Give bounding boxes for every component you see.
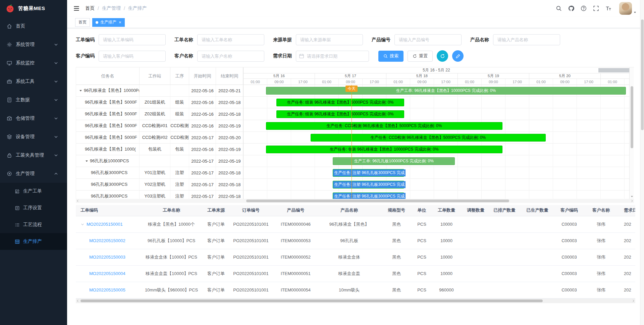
filter-input[interactable] (493, 34, 560, 45)
table-row[interactable]: MO20220515000510mm吸头【960000】PCS客户订单PO202… (76, 282, 635, 298)
gantt-grid-row[interactable]: 96孔孔板10000PCS2022-05-172022-05-19 (76, 155, 243, 167)
task-station: Y02注塑机 (140, 179, 170, 190)
gantt-task-bar[interactable]: 生产任务: 注塑 96孔孔板3000PCS 完成 (333, 169, 404, 177)
tab-active[interactable]: 生产排产× (92, 18, 125, 27)
sidebar-item[interactable]: 系统管理 (0, 35, 67, 54)
search-icon[interactable] (556, 5, 562, 11)
filter-input[interactable] (99, 51, 166, 62)
task-name: 96孔移液盒【黑色】5000F (85, 123, 137, 129)
sidebar-item[interactable]: 仓储管理 (0, 109, 67, 127)
hamburger-icon[interactable] (73, 5, 80, 12)
tree-caret-icon[interactable] (79, 89, 83, 93)
timeline-hours-row: 01:0009:0017:0001:0009:0017:0001:0009:00… (244, 79, 629, 85)
gantt-horizontal-scrollbar[interactable] (76, 199, 634, 203)
sidebar-item[interactable]: 工装夹具管理 (0, 146, 67, 164)
sidebar-item[interactable]: 主数据 (0, 91, 67, 109)
app-logo[interactable]: 苦糖果MES (0, 0, 67, 17)
sidebar-subitem[interactable]: 工艺流程 (0, 216, 67, 233)
gantt-grid-row[interactable]: 96孔移液盒【黑色】10000P(2022-05-162022-05-21 (76, 85, 243, 97)
gantt-grid-row[interactable]: 96孔移液盒【黑色】5000FCCD检测#02CCD检测2022-05-1720… (76, 132, 243, 144)
user-menu[interactable] (619, 2, 637, 15)
gantt-grid-row[interactable]: 96孔移液盒【黑色】5000FZ02组装机组装2022-05-162022-05… (76, 108, 243, 120)
breadcrumb-item[interactable]: 生产排产 (128, 5, 147, 11)
scroll-right-icon[interactable] (630, 199, 634, 203)
gantt-grid-row[interactable]: 96孔孔板3000PCSY03注塑机注塑2022-05-172022-05-18 (76, 191, 243, 199)
window-scrollbar[interactable] (640, 0, 644, 325)
sidebar-subitem[interactable]: 生产排产 (0, 233, 67, 250)
lock-icon (7, 153, 12, 158)
table-cell: C00003 (555, 282, 584, 298)
sidebar-item[interactable]: 设备管理 (0, 127, 67, 146)
refresh-circle-button[interactable] (437, 50, 448, 62)
gantt-task-bar[interactable]: 生产任务: CCD检测 96孔移液盒【黑色】5000PCS 完成比例: 0% (266, 122, 503, 130)
work-order-link[interactable]: MO202205150004 (89, 271, 125, 276)
top-navbar: 首页/生产管理/生产排产 (67, 0, 644, 17)
gantt-grid-row[interactable]: 96孔移液盒【黑色】1000(包装机包装2022-05-162022-05-19 (76, 144, 243, 155)
gantt-project-bar[interactable]: 生产工单: 96孔孔板10000PCS 完成比例: 0% (333, 157, 455, 165)
work-order-link[interactable]: MO202205150002 (89, 238, 125, 243)
table-column-header: 工单数量 (431, 205, 462, 216)
gantt-vertical-scrollbar[interactable] (629, 67, 634, 199)
gantt-bar-label: 生产任务: 注塑 96孔孔板3000PCS 完成 (333, 193, 406, 199)
sidebar-subitem[interactable]: 生产工单 (0, 183, 67, 200)
breadcrumb-item[interactable]: 生产管理 (102, 5, 121, 11)
scrollbar-thumb[interactable] (641, 19, 644, 130)
gantt-grid-row[interactable]: 96孔移液盒【黑色】5000FZ01组装机组装2022-05-162022-05… (76, 97, 243, 108)
search-button[interactable]: 搜索 (378, 51, 404, 62)
work-order-link[interactable]: MO202205150003 (89, 255, 125, 260)
toolbox-icon (7, 79, 12, 84)
question-icon[interactable] (581, 5, 587, 11)
sidebar-item[interactable]: 首页 (0, 17, 67, 35)
demand-date-input[interactable] (296, 51, 369, 62)
gantt-grid-row[interactable]: 96孔移液盒【黑色】5000FCCD检测#01CCD检测2022-05-1620… (76, 120, 243, 132)
table-row[interactable]: MO202205150004移液盒盒盖【10000】PCS客户订单PO20220… (76, 265, 635, 282)
filter-input[interactable] (99, 34, 166, 45)
table-horizontal-scrollbar[interactable] (76, 299, 635, 303)
gantt-task-bar[interactable]: 生产任务: 注塑 96孔孔板3000PCS 完成 (333, 193, 404, 199)
table-row[interactable]: MO202205150001移液盒【黑色】10000个客户订单PO2022051… (76, 216, 635, 232)
filter-input[interactable] (197, 51, 264, 62)
table-cell: ITEM00000053 (273, 232, 318, 249)
tree-caret-icon[interactable] (85, 159, 89, 163)
scroll-down-icon[interactable] (630, 195, 634, 198)
breadcrumb-item[interactable]: 首页 (85, 5, 95, 11)
gantt-task-bar[interactable]: 生产任务: 注塑 96孔孔板3000PCS 完成 (333, 181, 404, 188)
expand-caret-icon[interactable] (80, 222, 85, 226)
font-size-icon[interactable] (605, 5, 611, 11)
fullscreen-icon[interactable] (593, 5, 599, 11)
close-icon[interactable]: × (119, 20, 121, 24)
gantt-task-bar[interactable]: 生产任务: 包装 96孔移液盒【黑色】10000PCS 完成比例: 0% (266, 146, 503, 153)
work-order-link[interactable]: MO202205150001 (87, 222, 123, 227)
filter-input[interactable] (296, 34, 363, 45)
gantt-task-bar[interactable]: 生产任务: CCD检测 96孔移液盒【黑色】5000PCS 完成比例: 0% (311, 134, 546, 142)
filter-input[interactable] (197, 34, 264, 45)
table-cell: 张伟 (584, 282, 619, 298)
sidebar-item[interactable]: 系统工具 (0, 72, 67, 91)
scrollbar-thumb[interactable] (631, 86, 633, 148)
gantt-project-bar[interactable]: 生产工单: 96孔移液盒【黑色】10000PCS 完成比例: 0% (266, 87, 626, 95)
gantt-task-bar[interactable]: 生产任务: 组装 96孔移液盒【黑色】5000PCS 完成比例: 0% (276, 110, 405, 118)
scroll-right-icon[interactable] (632, 299, 635, 303)
gantt-task-bar[interactable]: 生产任务: 组装 96孔移液盒【黑色】5000PCS 完成比例: 0% (276, 99, 405, 106)
edit-circle-button[interactable] (452, 50, 464, 62)
scroll-left-icon[interactable] (76, 199, 79, 203)
table-row[interactable]: MO202205150003移液盒盒体【10000】PCS客户订单PO20220… (76, 249, 635, 265)
sidebar-item-label: 工装夹具管理 (16, 152, 53, 158)
sidebar-item[interactable]: 系统监控 (0, 54, 67, 72)
work-order-link[interactable]: MO202205150005 (89, 287, 125, 292)
scrollbar-thumb[interactable] (246, 200, 509, 202)
tab-item[interactable]: 首页 (75, 18, 90, 27)
sidebar-subitem[interactable]: 工序设置 (0, 200, 67, 216)
scroll-left-icon[interactable] (76, 299, 79, 303)
reset-button[interactable]: 重置 (408, 51, 433, 62)
gantt-grid-row[interactable]: 96孔孔板3000PCSY01注塑机注塑2022-05-172022-05-18 (76, 167, 243, 179)
github-icon[interactable] (568, 5, 574, 11)
scrollbar-thumb[interactable] (80, 300, 543, 302)
table-row[interactable]: MO20220515000296孔孔板【10000】PCS客户订单PO20220… (76, 232, 635, 249)
filter-input[interactable] (394, 34, 462, 45)
gantt-grid-row[interactable]: 96孔孔板3000PCSY02注塑机注塑2022-05-172022-05-18 (76, 179, 243, 191)
avatar[interactable] (619, 2, 632, 15)
task-station: Y01注塑机 (140, 167, 170, 178)
sidebar-item[interactable]: 生产管理 (0, 164, 67, 183)
timeline-days-row: 5月 165月 175月 185月 195月 20 (244, 73, 629, 79)
